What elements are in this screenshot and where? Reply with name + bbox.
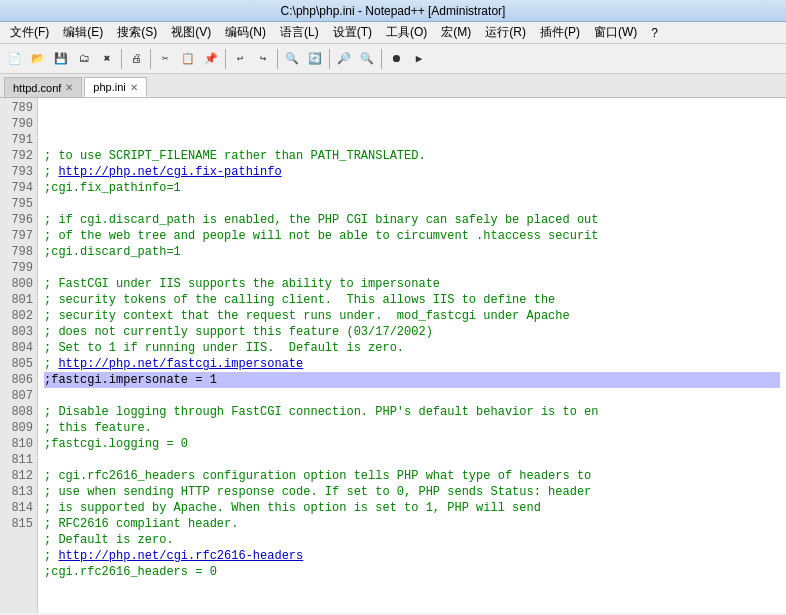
tab-php-ini[interactable]: php.ini✕ (84, 77, 146, 97)
line-num: 808 (4, 404, 33, 420)
code-line: ; use when sending HTTP response code. I… (44, 484, 780, 500)
line-num: 802 (4, 308, 33, 324)
tab-httpd-conf[interactable]: httpd.conf✕ (4, 77, 82, 97)
menu-item[interactable]: 编码(N) (219, 23, 272, 42)
link[interactable]: http://php.net/cgi.fix-pathinfo (58, 165, 281, 179)
code-line (44, 452, 780, 468)
paste-button[interactable]: 📌 (200, 48, 222, 70)
link[interactable]: http://php.net/fastcgi.impersonate (58, 357, 303, 371)
menu-item[interactable]: 文件(F) (4, 23, 55, 42)
tab-bar: httpd.conf✕php.ini✕ (0, 74, 786, 98)
code-line: ;cgi.rfc2616_headers = 0 (44, 564, 780, 580)
zoom-out-button[interactable]: 🔍 (356, 48, 378, 70)
tab-close-icon[interactable]: ✕ (130, 82, 138, 93)
code-line: ; Set to 1 if running under IIS. Default… (44, 340, 780, 356)
line-num: 805 (4, 356, 33, 372)
toolbar-sep-4 (277, 49, 278, 69)
title-text: C:\php\php.ini - Notepad++ [Administrato… (281, 4, 506, 18)
line-num: 793 (4, 164, 33, 180)
line-num: 791 (4, 132, 33, 148)
code-line: ; to use SCRIPT_FILENAME rather than PAT… (44, 148, 780, 164)
menu-item[interactable]: 插件(P) (534, 23, 586, 42)
menu-item[interactable]: 窗口(W) (588, 23, 643, 42)
code-line: ;cgi.fix_pathinfo=1 (44, 180, 780, 196)
toolbar-sep-3 (225, 49, 226, 69)
code-line: ;fastcgi.impersonate = 1 (44, 372, 780, 388)
line-num: 795 (4, 196, 33, 212)
menu-item[interactable]: 语言(L) (274, 23, 325, 42)
menu-item[interactable]: 编辑(E) (57, 23, 109, 42)
tab-close-icon[interactable]: ✕ (65, 82, 73, 93)
code-line: ; of the web tree and people will not be… (44, 228, 780, 244)
copy-button[interactable]: 📋 (177, 48, 199, 70)
cut-button[interactable]: ✂ (154, 48, 176, 70)
code-line: ; this feature. (44, 420, 780, 436)
run-button[interactable]: ▶ (408, 48, 430, 70)
save-button[interactable]: 💾 (50, 48, 72, 70)
code-line: ; security context that the request runs… (44, 308, 780, 324)
undo-button[interactable]: ↩ (229, 48, 251, 70)
line-num: 800 (4, 276, 33, 292)
menu-item[interactable]: 搜索(S) (111, 23, 163, 42)
code-line (44, 260, 780, 276)
code-line: ;cgi.discard_path=1 (44, 244, 780, 260)
code-line: ; RFC2616 compliant header. (44, 516, 780, 532)
line-num: 792 (4, 148, 33, 164)
line-num: 810 (4, 436, 33, 452)
line-num: 794 (4, 180, 33, 196)
code-line: ; security tokens of the calling client.… (44, 292, 780, 308)
code-line (44, 388, 780, 404)
toolbar-sep-5 (329, 49, 330, 69)
link[interactable]: http://php.net/cgi.rfc2616-headers (58, 549, 303, 563)
menu-item[interactable]: 宏(M) (435, 23, 477, 42)
code-line: ; http://php.net/cgi.rfc2616-headers (44, 548, 780, 564)
replace-button[interactable]: 🔄 (304, 48, 326, 70)
code-line (44, 196, 780, 212)
code-line: ; FastCGI under IIS supports the ability… (44, 276, 780, 292)
save-all-button[interactable]: 🗂 (73, 48, 95, 70)
new-button[interactable]: 📄 (4, 48, 26, 70)
line-num: 807 (4, 388, 33, 404)
line-num: 797 (4, 228, 33, 244)
print-button[interactable]: 🖨 (125, 48, 147, 70)
menu-item[interactable]: 视图(V) (165, 23, 217, 42)
code-line: ; if cgi.discard_path is enabled, the PH… (44, 212, 780, 228)
code-content[interactable]: ; to use SCRIPT_FILENAME rather than PAT… (38, 98, 786, 613)
code-line: ; does not currently support this featur… (44, 324, 780, 340)
line-numbers: 7897907917927937947957967977987998008018… (0, 98, 38, 613)
line-num: 811 (4, 452, 33, 468)
find-button[interactable]: 🔍 (281, 48, 303, 70)
menu-item[interactable]: ? (645, 25, 664, 41)
open-button[interactable]: 📂 (27, 48, 49, 70)
menu-item[interactable]: 设置(T) (327, 23, 378, 42)
menu-bar: 文件(F)编辑(E)搜索(S)视图(V)编码(N)语言(L)设置(T)工具(O)… (0, 22, 786, 44)
code-line: ; cgi.rfc2616_headers configuration opti… (44, 468, 780, 484)
code-line: ; Default is zero. (44, 532, 780, 548)
line-num: 809 (4, 420, 33, 436)
toolbar-sep-1 (121, 49, 122, 69)
line-num: 789 (4, 100, 33, 116)
menu-item[interactable]: 工具(O) (380, 23, 433, 42)
menu-item[interactable]: 运行(R) (479, 23, 532, 42)
zoom-in-button[interactable]: 🔎 (333, 48, 355, 70)
line-num: 801 (4, 292, 33, 308)
line-num: 812 (4, 468, 33, 484)
line-num: 803 (4, 324, 33, 340)
close-button[interactable]: ✖ (96, 48, 118, 70)
line-num: 815 (4, 516, 33, 532)
code-line: ; http://php.net/fastcgi.impersonate (44, 356, 780, 372)
line-num: 796 (4, 212, 33, 228)
line-num: 813 (4, 484, 33, 500)
toolbar: 📄 📂 💾 🗂 ✖ 🖨 ✂ 📋 📌 ↩ ↪ 🔍 🔄 🔎 🔍 ⏺ ▶ (0, 44, 786, 74)
line-num: 804 (4, 340, 33, 356)
redo-button[interactable]: ↪ (252, 48, 274, 70)
toolbar-sep-2 (150, 49, 151, 69)
code-line: ; http://php.net/cgi.fix-pathinfo (44, 164, 780, 180)
line-num: 790 (4, 116, 33, 132)
macro-button[interactable]: ⏺ (385, 48, 407, 70)
title-bar: C:\php\php.ini - Notepad++ [Administrato… (0, 0, 786, 22)
line-num: 799 (4, 260, 33, 276)
line-num: 814 (4, 500, 33, 516)
editor: 7897907917927937947957967977987998008018… (0, 98, 786, 613)
code-line: ;fastcgi.logging = 0 (44, 436, 780, 452)
